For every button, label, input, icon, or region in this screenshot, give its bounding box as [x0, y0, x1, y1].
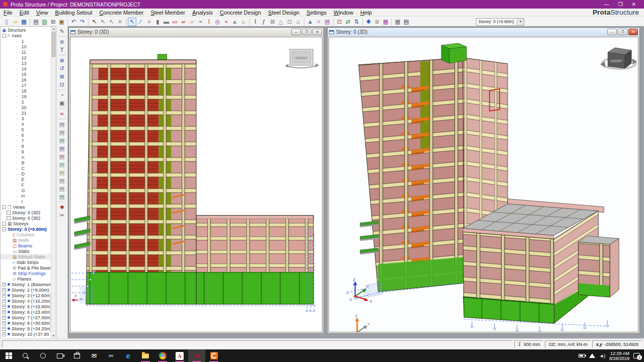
collapse-icon[interactable] [2, 227, 6, 231]
datasheet-icon[interactable]: ⊞ [49, 18, 57, 26]
tree-axis-item[interactable]: 17 [1, 82, 51, 88]
orbit-icon[interactable]: ◔ [57, 91, 66, 99]
storey-visibility-7-icon[interactable]: ▤ [57, 168, 66, 176]
brace-icon[interactable]: ⊠ [268, 18, 277, 26]
settings-red-icon[interactable]: ✱ [57, 203, 66, 211]
tree-member-item[interactable]: ⊞ Pad & Pile Bases [1, 265, 51, 270]
tree-storey-item[interactable]: Storey: 7 (+27.00m) [1, 315, 51, 320]
window-maximize-button[interactable]: ❐ [618, 2, 623, 7]
view-toolbar-icon[interactable] [58, 119, 65, 119]
roof-icon[interactable]: ⌂ [239, 18, 248, 26]
child-restore-button[interactable] [618, 29, 627, 35]
load-area-icon[interactable]: ⊡ [335, 18, 344, 26]
tree-member-item[interactable]: ⊟ Strip Footings [1, 270, 51, 276]
expand-icon[interactable] [2, 283, 6, 287]
menu-item[interactable]: Concrete Design [216, 10, 265, 16]
tree-axis-item[interactable]: 6 [1, 132, 51, 138]
menu-item[interactable]: View [33, 10, 52, 16]
view-checkbox[interactable] [7, 211, 11, 215]
tree-axis-item[interactable]: 1 [1, 38, 51, 44]
tree-storey-item[interactable]: Storey: 1 (Basement [1, 282, 51, 287]
tree-node-storeys[interactable]: ▤ Storeys [1, 221, 51, 226]
tree-axis-item[interactable]: 15 [1, 71, 51, 77]
tree-node-views[interactable]: ❐ Views [1, 204, 51, 210]
select-add-icon[interactable]: ↖ [99, 18, 107, 26]
tree-storey-current[interactable]: Storey: 0 (+0.60m) [1, 226, 51, 232]
view-toolbar-icon[interactable] [58, 202, 65, 202]
toolbar-icon[interactable] [391, 19, 392, 25]
export-icon[interactable]: ▥ [40, 18, 49, 26]
beam-icon[interactable]: ▭ [171, 18, 179, 26]
taskbar-cortana-button[interactable] [34, 349, 51, 362]
print-icon[interactable]: ▤ [32, 18, 40, 26]
menu-item[interactable]: Steel Design [265, 10, 303, 16]
tree-axis-item[interactable]: G [1, 188, 51, 193]
pick-icon[interactable]: ↖ [128, 18, 136, 26]
child-minimize-button[interactable] [607, 29, 617, 35]
zoom-window-icon[interactable]: ⊡ [57, 80, 66, 88]
view-grid-icon[interactable]: ▦ [393, 18, 402, 26]
scroll-down-icon[interactable]: ▼ [51, 334, 56, 338]
tree-view-item[interactable]: Storey: 0 (3D) [1, 215, 51, 221]
grid-edit-icon[interactable]: ⌗ [314, 18, 323, 26]
tree-member-item[interactable]: ◇ Planes [1, 276, 51, 282]
task-view-button[interactable] [51, 349, 68, 362]
stair-icon[interactable]: ▲ [230, 18, 239, 26]
node-icon[interactable]: + [222, 18, 230, 26]
view-checkbox[interactable] [7, 216, 11, 220]
taskbar-snipping-button[interactable]: ✂ [103, 349, 120, 362]
menu-item[interactable]: Settings [303, 10, 330, 16]
storey-visibility-2-icon[interactable]: ▤ [57, 128, 66, 136]
right-3d-canvas[interactable]: Z Y X Z Y [329, 37, 638, 332]
viewport-window-left[interactable]: Storey: 0 (3D) [68, 27, 324, 334]
taskbar-edge-button[interactable]: e [120, 349, 137, 362]
steel-member-icon[interactable]: ƒ [260, 18, 268, 26]
tree-member-item[interactable]: ▭ Slabs [1, 248, 51, 254]
tree-member-item[interactable]: ▤ Walls [1, 237, 51, 243]
report-icon[interactable]: ▣ [57, 18, 66, 26]
tree-axis-item[interactable]: 11 [1, 49, 51, 55]
view-toolbar-icon[interactable] [58, 89, 65, 90]
expand-icon[interactable] [2, 305, 6, 309]
menu-item[interactable]: Edit [16, 10, 33, 16]
menu-item[interactable]: Window [330, 10, 357, 16]
grid-size-field[interactable]: ↧ 600 mm [514, 340, 544, 348]
toolbar-icon[interactable] [249, 19, 250, 25]
ibeam-icon[interactable]: Ⅰ [251, 18, 260, 26]
tree-axis-item[interactable]: 13 [1, 60, 51, 66]
expand-icon[interactable] [2, 327, 6, 331]
copy-view-icon[interactable]: ▣ [57, 99, 66, 107]
delete-icon[interactable]: ✕ [116, 18, 124, 26]
child-close-button[interactable] [628, 29, 638, 35]
tree-scrollbar[interactable]: ▲ ▼ [51, 27, 56, 338]
toolbar-icon[interactable] [67, 19, 68, 25]
view-toolbar-icon[interactable] [58, 36, 65, 37]
tree-axis-item[interactable]: 5 [1, 127, 51, 132]
tree-axis-item[interactable]: 12 [1, 55, 51, 60]
tree-axis-item[interactable]: 4 [1, 121, 51, 127]
tree-axis-item[interactable]: B [1, 160, 51, 165]
expand-icon[interactable] [2, 316, 6, 320]
draw-line-icon[interactable]: ∕ [136, 18, 145, 26]
zoom-previous-icon[interactable]: ↺ [57, 64, 66, 72]
tree-axis-item[interactable]: E [1, 176, 51, 182]
collapse-icon[interactable] [2, 222, 6, 226]
taskbar-chrome-button[interactable] [154, 349, 171, 362]
select-remove-icon[interactable]: ↖ [107, 18, 116, 26]
zoom-in-icon[interactable]: ⊕ [57, 56, 66, 64]
storey-menu-icon[interactable]: ▤ [402, 18, 411, 26]
tree-storey-item[interactable]: Storey: 6 (+23.40m) [1, 309, 51, 315]
storey-visibility-10-icon[interactable]: ▤ [57, 193, 66, 201]
open-icon[interactable]: ▱ [11, 18, 20, 26]
menu-item[interactable]: Building Setout [51, 10, 96, 16]
expand-icon[interactable] [2, 332, 6, 336]
section-cut-icon[interactable]: ✂ [57, 211, 66, 219]
layers-icon[interactable]: ≣ [373, 18, 381, 26]
toolbar-icon[interactable] [333, 19, 334, 25]
tree-storey-item[interactable]: Storey: 4 (+16.20m) [1, 298, 51, 304]
volume-icon[interactable]: ◄) [599, 353, 605, 358]
slab-icon[interactable]: ▰ [179, 18, 188, 26]
viewport-left-titlebar[interactable]: Storey: 0 (3D) [69, 28, 324, 36]
purlin-icon[interactable]: ⊡ [285, 18, 294, 26]
tree-axis-item[interactable]: A [1, 154, 51, 160]
